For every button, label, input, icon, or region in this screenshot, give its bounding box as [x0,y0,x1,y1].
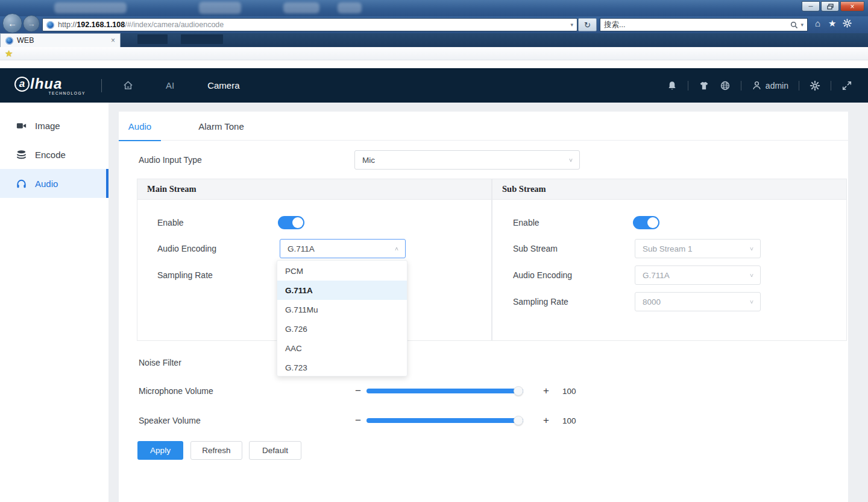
nav-divider [831,81,831,91]
fullscreen-icon[interactable] [841,80,852,91]
speaker-volume-increase-button[interactable]: + [541,411,552,430]
dropdown-option-g723[interactable]: G.723 [277,358,407,377]
speaker-volume-value: 100 [562,411,576,430]
mic-volume-value: 100 [562,381,576,401]
search-icon[interactable] [790,21,798,29]
tab-alarm-tone[interactable]: Alarm Tone [182,112,260,141]
notification-bell-icon[interactable] [667,80,678,91]
chevron-down-icon: ∨ [568,157,573,163]
address-bar[interactable]: http://192.168.1.108/#/index/camera/audi… [42,18,577,31]
mic-volume-decrease-button[interactable]: − [353,381,363,401]
url-host: 192.168.1.108 [77,21,125,29]
main-enable-label: Enable [157,213,184,232]
home-nav-icon[interactable] [122,80,134,91]
dropdown-option-g711mu[interactable]: G.711Mu [277,300,407,319]
restore-button[interactable] [821,1,839,11]
noise-filter-label: Noise Filter [139,353,181,372]
chevron-down-icon: ∨ [749,272,754,278]
refresh-settings-button[interactable]: Refresh [190,441,242,460]
aero-glass-highlight [199,2,241,14]
language-globe-icon[interactable] [720,80,731,91]
tab-title: WEB [17,36,34,45]
chevron-down-icon: ∨ [749,299,754,305]
search-input[interactable] [604,21,790,29]
user-menu[interactable]: admin [752,80,788,91]
tab-audio[interactable]: Audio [119,112,161,141]
close-button[interactable]: × [840,1,864,11]
minimize-button[interactable]: ─ [802,1,820,11]
dropdown-option-aac[interactable]: AAC [277,338,407,358]
audio-encoding-dropdown: PCM G.711A G.711Mu G.726 AAC G.723 [277,260,407,376]
speaker-volume-decrease-button[interactable]: − [353,411,363,430]
sidebar-item-encode[interactable]: Encode [0,140,108,169]
url-prefix: http:// [58,21,77,29]
aero-glass-highlight [338,2,362,13]
browser-titlebar [0,0,868,16]
tab-favicon [5,37,13,45]
forward-button[interactable]: → [23,15,40,32]
search-box[interactable]: ▾ [600,18,808,31]
aero-glass-highlight [283,2,319,13]
sub-stream-value: Sub Stream 1 [643,244,693,253]
logo-circle-a: a [14,77,30,92]
restore-icon [827,4,834,10]
sidebar-item-image[interactable]: Image [0,111,108,140]
sidebar-item-audio[interactable]: Audio [0,169,108,198]
dropdown-option-pcm[interactable]: PCM [277,261,407,281]
apply-button[interactable]: Apply [137,441,183,460]
mic-volume-slider-handle[interactable] [514,386,523,396]
audio-input-type-label: Audio Input Type [139,150,202,170]
back-button[interactable]: ← [2,13,22,33]
logo-subtext: TECHNOLOGY [14,91,86,95]
nav-divider [688,81,688,91]
sub-stream-label: Sub Stream [513,239,558,258]
nav-item-ai[interactable]: AI [166,80,174,91]
tools-gear-icon[interactable] [843,19,852,28]
background-page-remnant [181,34,223,44]
ie-favicon [46,21,54,29]
sub-sampling-rate-select[interactable]: 8000 ∨ [635,292,761,311]
tab-close-icon[interactable]: × [111,36,115,45]
sub-sampling-rate-label: Sampling Rate [513,292,568,311]
main-enable-toggle[interactable] [278,216,304,229]
main-sampling-rate-label: Sampling Rate [157,265,213,285]
content-card: Audio Alarm Tone Audio Input Type Mic ∨ … [119,112,848,502]
home-icon[interactable]: ⌂ [815,19,820,28]
content-tabbar: Audio Alarm Tone [119,112,848,141]
sub-audio-encoding-select[interactable]: G.711A ∨ [635,265,761,285]
sub-sampling-rate-value: 8000 [643,297,661,307]
sidebar: Image Encode Audio [0,103,108,502]
favorites-star-icon[interactable]: ★ [828,19,836,28]
favorites-bar [0,47,868,60]
sidebar-item-label: Audio [35,179,58,189]
main-stream-title: Main Stream [137,179,491,200]
nav-divider [101,79,102,92]
speaker-volume-slider-handle[interactable] [514,416,523,425]
nav-item-camera[interactable]: Camera [207,80,239,91]
audio-input-type-select[interactable]: Mic ∨ [354,150,580,170]
page-top-strip [0,60,868,68]
sub-enable-label: Enable [513,213,539,232]
sub-stream-select[interactable]: Sub Stream 1 ∨ [635,239,761,258]
add-favorite-star-icon[interactable]: ★ [5,49,13,58]
user-icon [752,80,762,91]
search-caret-icon[interactable]: ▾ [800,22,804,28]
sub-enable-toggle[interactable] [633,216,659,229]
browser-tab-web[interactable]: WEB × [0,33,121,47]
settings-gear-icon[interactable] [810,80,820,91]
speaker-volume-slider[interactable] [366,418,523,423]
refresh-button[interactable]: ↻ [578,18,597,31]
url-path: /#/index/camera/audioencode [125,21,224,29]
theme-shirt-icon[interactable] [699,80,709,91]
aero-glass-highlight [54,2,127,13]
url-dropdown-caret-icon[interactable]: ▾ [570,22,573,28]
dropdown-option-g711a[interactable]: G.711A [277,281,407,300]
dropdown-option-g726[interactable]: G.726 [277,319,407,338]
main-audio-encoding-select[interactable]: G.711A ∧ [280,239,406,258]
mic-volume-slider[interactable] [366,389,523,393]
app-navbar: a lhua TECHNOLOGY AI Camera [0,68,868,103]
main-audio-encoding-label: Audio Encoding [157,239,216,258]
mic-volume-increase-button[interactable]: + [541,381,552,401]
nav-divider [741,81,741,91]
default-button[interactable]: Default [249,441,301,460]
